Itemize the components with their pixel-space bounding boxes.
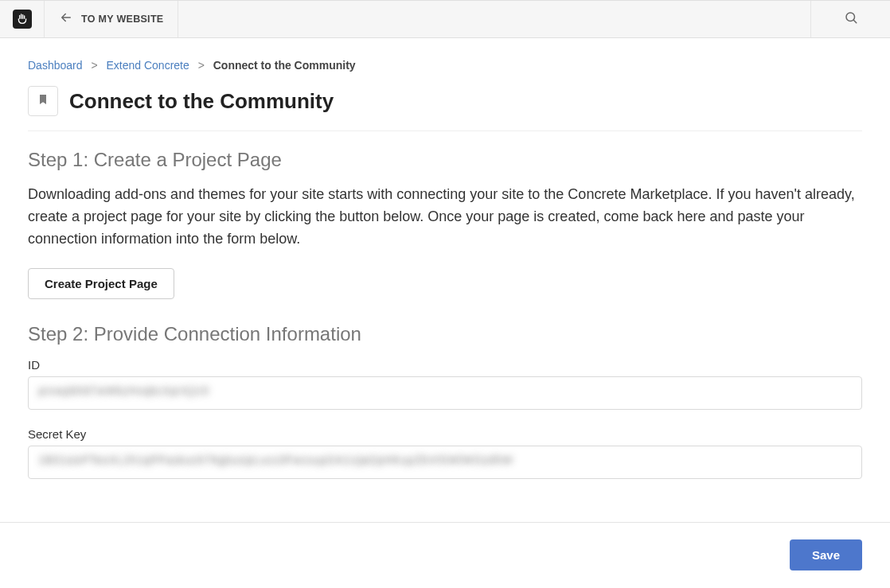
id-field-row: ID prvwpbh87wWkzHvqbcXprXj1r0	[28, 358, 862, 410]
content: Dashboard > Extend Concrete > Connect to…	[0, 38, 890, 479]
create-project-page-button[interactable]: Create Project Page	[28, 268, 174, 299]
svg-point-0	[846, 13, 855, 21]
search-icon	[844, 10, 858, 28]
title-row: Connect to the Community	[28, 86, 862, 131]
back-label: TO MY WEBSITE	[81, 14, 163, 25]
secret-value: 1B01sioPTeoXL2h1qPPaskuc67NgkucipLucs3Fw…	[38, 453, 513, 466]
logo-cell[interactable]	[0, 1, 45, 37]
breadcrumb-extend[interactable]: Extend Concrete	[106, 59, 189, 72]
bookmark-button[interactable]	[28, 86, 58, 116]
id-value: prvwpbh87wWkzHvqbcXprXj1r0	[38, 384, 209, 397]
arrow-left-icon	[59, 10, 73, 28]
breadcrumb-current: Connect to the Community	[213, 59, 356, 72]
topbar: TO MY WEBSITE	[0, 0, 890, 38]
back-to-site-button[interactable]: TO MY WEBSITE	[45, 1, 178, 37]
breadcrumb-dashboard[interactable]: Dashboard	[28, 59, 83, 72]
search-button[interactable]	[810, 1, 890, 37]
breadcrumb-separator: >	[91, 59, 97, 72]
page-title: Connect to the Community	[69, 89, 334, 114]
footer: Save	[0, 522, 890, 587]
step1-heading: Step 1: Create a Project Page	[28, 149, 862, 171]
secret-input[interactable]: 1B01sioPTeoXL2h1qPPaskuc67NgkucipLucs3Fw…	[28, 446, 862, 479]
bookmark-icon	[37, 92, 49, 111]
secret-field-row: Secret Key 1B01sioPTeoXL2h1qPPaskuc67Ngk…	[28, 427, 862, 479]
breadcrumb-separator: >	[198, 59, 205, 72]
step2-heading: Step 2: Provide Connection Information	[28, 323, 862, 345]
id-input[interactable]: prvwpbh87wWkzHvqbcXprXj1r0	[28, 376, 862, 410]
breadcrumb: Dashboard > Extend Concrete > Connect to…	[28, 51, 862, 86]
save-button[interactable]: Save	[790, 539, 862, 570]
logo-icon	[13, 10, 32, 29]
id-label: ID	[28, 358, 862, 372]
topbar-spacer	[178, 1, 810, 37]
step1-body: Downloading add-ons and themes for your …	[28, 184, 862, 251]
secret-label: Secret Key	[28, 427, 862, 441]
